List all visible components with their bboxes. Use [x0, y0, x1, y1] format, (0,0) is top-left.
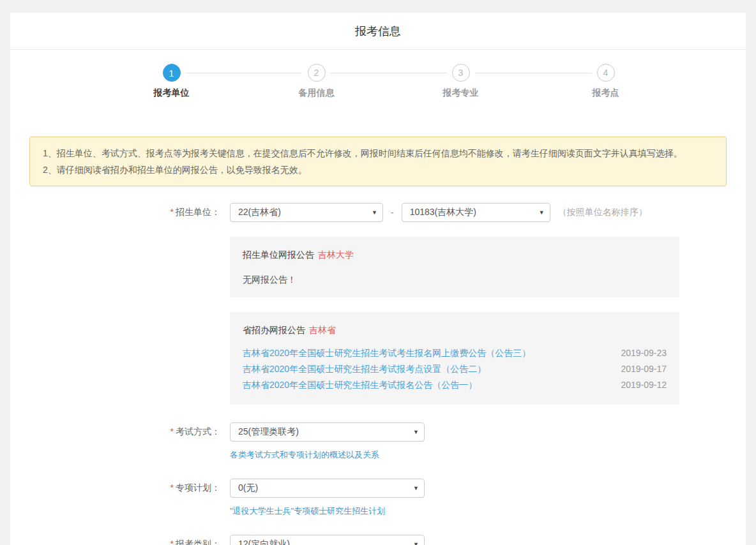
special-plan-row: *专项计划： 0(无) ▼: [10, 479, 746, 498]
step-label: 报考单位: [99, 87, 244, 99]
warning-notice-box: 1、招生单位、考试方式、报考点等为报考关键信息，在提交信息后不允许修改，网报时间…: [29, 137, 727, 186]
announcement-date: 2019-09-23: [621, 345, 667, 361]
unit-announcement-title: 招生单位网报公告吉林大学: [243, 248, 667, 261]
province-name-highlight: 吉林省: [309, 325, 336, 335]
notice-line-1: 1、招生单位、考试方式、报考点等为报考关键信息，在提交信息后不允许修改，网报时间…: [43, 145, 713, 161]
step-number-badge: 2: [308, 64, 326, 82]
exam-mode-select[interactable]: 25(管理类联考) ▼: [230, 422, 425, 442]
special-plan-help-link[interactable]: "退役大学生士兵"专项硕士研究生招生计划: [230, 505, 385, 517]
step-number-badge: 4: [597, 64, 615, 82]
announcement-date: 2019-09-17: [621, 361, 667, 377]
province-announcement-box: 省招办网报公告吉林省 吉林省2020年全国硕士研究生招生考试考生报名网上缴费公告…: [230, 312, 679, 405]
step-label: 报考专业: [388, 87, 533, 99]
dropdown-arrow-icon: ▼: [372, 210, 377, 216]
admission-unit-label: *招生单位：: [10, 207, 220, 218]
school-select[interactable]: 10183(吉林大学) ▼: [402, 203, 550, 222]
required-mark: *: [170, 426, 174, 437]
application-info-card: 报考信息 1 报考单位 2 备用信息 3 报考专业 4 报考点 1、招生单位、考…: [10, 13, 746, 545]
required-mark: *: [170, 482, 174, 493]
application-form: *招生单位： 22(吉林省) ▼ - 10183(吉林大学) ▼ （按照单位名称…: [10, 203, 746, 545]
exam-mode-help-link[interactable]: 各类考试方式和专项计划的概述以及关系: [230, 449, 379, 461]
special-plan-select[interactable]: 0(无) ▼: [230, 479, 425, 498]
announcement-list: 吉林省2020年全国硕士研究生招生考试考生报名网上缴费公告（公告三） 2019-…: [243, 345, 667, 393]
step-progress: 1 报考单位 2 备用信息 3 报考专业 4 报考点: [10, 64, 746, 119]
exam-mode-row: *考试方式： 25(管理类联考) ▼: [10, 422, 746, 442]
required-mark: *: [170, 539, 174, 545]
announcement-date: 2019-09-12: [621, 377, 667, 393]
select-separator: -: [391, 207, 394, 218]
page-title: 报考信息: [10, 13, 746, 50]
required-mark: *: [170, 207, 174, 217]
special-plan-label: *专项计划：: [10, 482, 220, 494]
step-application-unit: 1 报考单位: [99, 64, 244, 99]
dropdown-arrow-icon: ▼: [413, 429, 419, 435]
category-label: *报考类别：: [10, 539, 220, 545]
step-number-badge: 1: [163, 64, 181, 82]
exam-mode-label: *考试方式：: [10, 426, 220, 438]
province-announcement-title: 省招办网报公告吉林省: [243, 324, 667, 336]
announcement-item: 吉林省2020年全国硕士研究生招生考试报名公告（公告一） 2019-09-12: [243, 377, 667, 393]
step-application-major: 3 报考专业: [388, 64, 533, 99]
announcement-item: 吉林省2020年全国硕士研究生招生考试报考点设置（公告二） 2019-09-17: [243, 361, 667, 377]
step-label: 备用信息: [244, 87, 389, 99]
dropdown-arrow-icon: ▼: [413, 486, 419, 491]
step-exam-site: 4 报考点: [533, 64, 678, 99]
unit-name-highlight: 吉林大学: [318, 250, 354, 260]
step-number-badge: 3: [452, 64, 470, 82]
province-select[interactable]: 22(吉林省) ▼: [230, 203, 383, 222]
dropdown-arrow-icon: ▼: [413, 542, 419, 545]
announcement-link[interactable]: 吉林省2020年全国硕士研究生招生考试考生报名网上缴费公告（公告三）: [243, 345, 531, 361]
dropdown-arrow-icon: ▼: [539, 210, 545, 216]
announcement-link[interactable]: 吉林省2020年全国硕士研究生招生考试报考点设置（公告二）: [243, 361, 486, 377]
unit-sort-note: （按照单位名称排序）: [558, 207, 647, 218]
step-label: 报考点: [533, 87, 678, 99]
admission-unit-row: *招生单位： 22(吉林省) ▼ - 10183(吉林大学) ▼ （按照单位名称…: [10, 203, 746, 222]
notice-line-2: 2、请仔细阅读省招办和招生单位的网报公告，以免导致报名无效。: [43, 161, 713, 178]
announcement-link[interactable]: 吉林省2020年全国硕士研究生招生考试报名公告（公告一）: [243, 377, 477, 393]
unit-announcement-box: 招生单位网报公告吉林大学 无网报公告！: [230, 237, 679, 297]
category-select[interactable]: 12(定向就业) ▼: [230, 535, 425, 545]
category-row: *报考类别： 12(定向就业) ▼: [10, 535, 746, 545]
unit-announcement-body: 无网报公告！: [243, 273, 667, 286]
step-backup-info: 2 备用信息: [244, 64, 389, 99]
announcement-item: 吉林省2020年全国硕士研究生招生考试考生报名网上缴费公告（公告三） 2019-…: [243, 345, 667, 361]
